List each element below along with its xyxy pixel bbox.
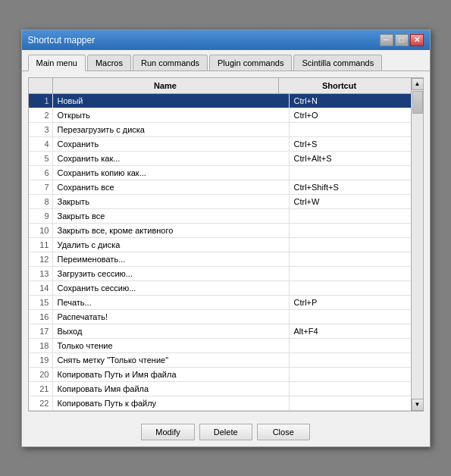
table-row[interactable]: 19Снять метку "Только чтение" [29,353,411,368]
scroll-up-button[interactable]: ▲ [412,78,424,90]
cell-num: 2 [29,108,53,122]
cell-shortcut [290,396,411,410]
table-row[interactable]: 14Сохранить сессию... [29,281,411,296]
table-row[interactable]: 15Печать...Ctrl+P [29,296,411,310]
cell-name: Загрузить сессию... [53,267,290,280]
table-row[interactable]: 2ОткрытьCtrl+O [29,108,411,123]
table-row[interactable]: 21Копировать Имя файла [29,382,411,396]
close-window-button[interactable]: ✕ [410,34,424,46]
cell-num: 1 [29,94,53,108]
cell-name: Выход [53,324,290,338]
close-button[interactable]: Close [257,424,310,440]
tab-scintilla-commands[interactable]: Scintilla commands [293,55,382,70]
table-header: Name Shortcut [29,78,411,94]
cell-num: 13 [29,267,53,280]
table-row[interactable]: 13Загрузить сессию... [29,267,411,281]
minimize-button[interactable]: ─ [380,34,393,46]
table-row[interactable]: 16Распечатать! [29,310,411,324]
cell-name: Закрыть все, кроме активного [53,224,290,237]
cell-name: Перезагрузить с диска [53,123,290,136]
cell-num: 11 [29,238,53,252]
cell-shortcut [290,382,411,396]
cell-name: Переименовать... [53,252,290,266]
cell-shortcut [290,238,411,252]
modify-button[interactable]: Modify [141,424,194,440]
cell-name: Копировать Имя файла [53,382,290,396]
cell-num: 3 [29,123,53,136]
cell-num: 8 [29,195,53,208]
scroll-thumb[interactable] [412,91,423,114]
cell-shortcut: Ctrl+P [290,296,411,309]
cell-num: 16 [29,310,53,324]
cell-shortcut [290,123,411,136]
tab-main-menu[interactable]: Main menu [28,55,86,71]
table-main: Name Shortcut 1НовыйCtrl+N2ОткрытьCtrl+O… [29,78,411,411]
table-row[interactable]: 3Перезагрузить с диска [29,123,411,137]
scrollbar[interactable]: ▲ ▼ [411,78,423,411]
cell-num: 10 [29,224,53,237]
table-row[interactable]: 6Сохранить копию как... [29,166,411,180]
col-shortcut-header: Shortcut [279,78,400,93]
table-row[interactable]: 17ВыходAlt+F4 [29,324,411,339]
table-row[interactable]: 18Только чтение [29,339,411,353]
table-body[interactable]: 1НовыйCtrl+N2ОткрытьCtrl+O3Перезагрузить… [29,94,411,411]
cell-name: Распечатать! [53,310,290,324]
table-row[interactable]: 12Переименовать... [29,252,411,267]
table-row[interactable]: 20Копировать Путь и Имя файла [29,368,411,382]
cell-shortcut: Alt+F4 [290,324,411,338]
cell-shortcut: Ctrl+Alt+S [290,152,411,165]
cell-num: 21 [29,382,53,396]
tab-macros[interactable]: Macros [87,55,131,70]
cell-name: Сохранить сессию... [53,281,290,295]
content-area: Name Shortcut 1НовыйCtrl+N2ОткрытьCtrl+O… [22,71,430,418]
table-row[interactable]: 5Сохранить как...Ctrl+Alt+S [29,152,411,166]
table-row[interactable]: 9Закрыть все [29,209,411,224]
cell-num: 6 [29,166,53,180]
cell-shortcut: Ctrl+W [290,195,411,208]
cell-name: Снять метку "Только чтение" [53,353,290,367]
cell-num: 19 [29,353,53,367]
cell-num: 12 [29,252,53,266]
cell-name: Копировать Путь и Имя файла [53,368,290,381]
cell-shortcut [290,252,411,266]
cell-name: Печать... [53,296,290,309]
table-row[interactable]: 1НовыйCtrl+N [29,94,411,108]
table-row[interactable]: 10Закрыть все, кроме активного [29,224,411,238]
cell-name: Новый [53,94,290,108]
col-num-header [29,78,53,93]
table-row[interactable]: 8ЗакрытьCtrl+W [29,195,411,209]
table-row[interactable]: 4СохранитьCtrl+S [29,137,411,152]
cell-shortcut [290,209,411,223]
delete-button[interactable]: Delete [199,424,252,440]
cell-name: Сохранить как... [53,152,290,165]
cell-num: 9 [29,209,53,223]
title-bar-buttons: ─ □ ✕ [380,34,424,46]
cell-num: 20 [29,368,53,381]
tab-run-commands[interactable]: Run commands [133,55,208,70]
title-bar: Shortcut mapper ─ □ ✕ [22,30,430,50]
cell-shortcut: Ctrl+N [290,94,411,108]
cell-num: 22 [29,396,53,410]
cell-name: Копировать Путь к файлу [53,396,290,410]
cell-shortcut [290,267,411,280]
cell-num: 18 [29,339,53,352]
cell-name: Сохранить все [53,180,290,194]
footer: Modify Delete Close [22,418,430,446]
col-name-header: Name [53,78,279,93]
table-wrapper: Name Shortcut 1НовыйCtrl+N2ОткрытьCtrl+O… [28,77,424,412]
main-window: Shortcut mapper ─ □ ✕ Main menu Macros R… [21,30,431,447]
cell-shortcut [290,224,411,237]
cell-name: Удалить с диска [53,238,290,252]
scroll-down-button[interactable]: ▼ [412,399,424,411]
table-row[interactable]: 7Сохранить всеCtrl+Shift+S [29,180,411,195]
table-row[interactable]: 11Удалить с диска [29,238,411,252]
window-title: Shortcut mapper [28,35,96,45]
cell-shortcut [290,339,411,352]
cell-name: Закрыть [53,195,290,208]
maximize-button[interactable]: □ [395,34,409,46]
tab-plugin-commands[interactable]: Plugin commands [209,55,292,70]
cell-shortcut: Ctrl+Shift+S [290,180,411,194]
scroll-track[interactable] [412,90,423,399]
table-row[interactable]: 22Копировать Путь к файлу [29,396,411,411]
cell-num: 15 [29,296,53,309]
